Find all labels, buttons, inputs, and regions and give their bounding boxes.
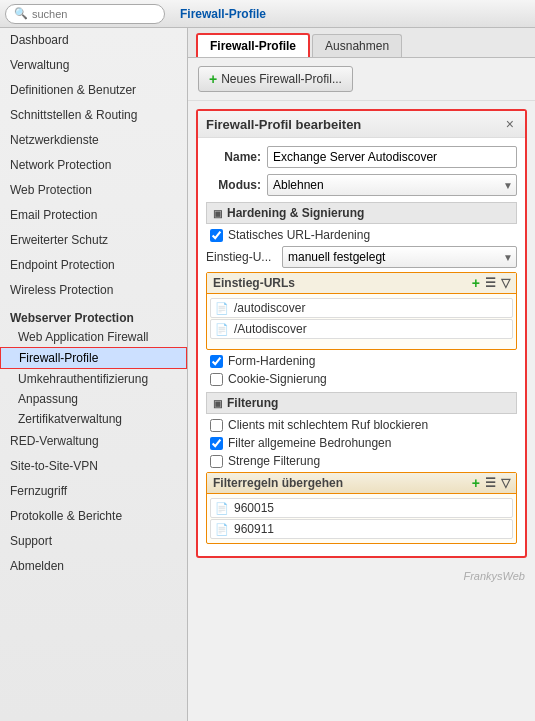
search-icon: 🔍 xyxy=(14,7,28,20)
static-url-hardening-row: Statisches URL-Hardening xyxy=(210,228,517,242)
filter-rules-add-icon[interactable]: + xyxy=(472,475,480,491)
section-filterung-toggle-icon: ▣ xyxy=(213,398,222,409)
filter-item-1-value: 960015 xyxy=(234,501,274,515)
cookie-signing-checkbox[interactable] xyxy=(210,373,223,386)
static-url-hardening-checkbox[interactable] xyxy=(210,229,223,242)
sidebar-item-web-application-firewall[interactable]: Web Application Firewall xyxy=(0,327,187,347)
section-hardening-toggle-icon: ▣ xyxy=(213,208,222,219)
filter-threats-checkbox[interactable] xyxy=(210,437,223,450)
sidebar-item-network-protection[interactable]: Network Protection xyxy=(0,153,187,178)
sidebar-item-zertifikatverwaltung[interactable]: Zertifikatverwaltung xyxy=(0,409,187,429)
sidebar-item-red-verwaltung[interactable]: RED-Verwaltung xyxy=(0,429,187,454)
sidebar-item-protokolle[interactable]: Protokolle & Berichte xyxy=(0,504,187,529)
sidebar-item-schnittstellen[interactable]: Schnittstellen & Routing xyxy=(0,103,187,128)
tab-ausnahmen[interactable]: Ausnahmen xyxy=(312,34,402,57)
einstieg-urls-expand-icon[interactable]: ▽ xyxy=(501,276,510,290)
top-bar: 🔍 Firewall-Profile xyxy=(0,0,535,28)
dialog-title: Firewall-Profil bearbeiten xyxy=(206,117,361,132)
sidebar-item-support[interactable]: Support xyxy=(0,529,187,554)
filter-rules-listbox: Filterregeln übergehen + ☰ ▽ 📄 960015 xyxy=(206,472,517,544)
modus-select-wrap: Ablehnen Zulassen Blockieren xyxy=(267,174,517,196)
new-profile-button[interactable]: + Neues Firewall-Profil... xyxy=(198,66,353,92)
cookie-signing-row: Cookie-Signierung xyxy=(210,372,517,386)
filter-rules-actions: + ☰ ▽ xyxy=(472,475,510,491)
einstieg-row: Einstieg-U... manuell festgelegt automat… xyxy=(206,246,517,268)
strict-filtering-checkbox[interactable] xyxy=(210,455,223,468)
filter-rules-expand-icon[interactable]: ▽ xyxy=(501,476,510,490)
url-item-2-doc-icon: 📄 xyxy=(215,323,229,336)
new-profile-label: Neues Firewall-Profil... xyxy=(221,72,342,86)
clients-block-row: Clients mit schlechtem Ruf blockieren xyxy=(210,418,517,432)
filter-item-2: 📄 960911 xyxy=(210,519,513,539)
plus-icon: + xyxy=(209,71,217,87)
form-hardening-checkbox[interactable] xyxy=(210,355,223,368)
einstieg-urls-title: Einstieg-URLs xyxy=(213,276,295,290)
filter-threats-row: Filter allgemeine Bedrohungen xyxy=(210,436,517,450)
name-input[interactable] xyxy=(267,146,517,168)
sidebar-item-endpoint-protection[interactable]: Endpoint Protection xyxy=(0,253,187,278)
filter-item-1: 📄 960015 xyxy=(210,498,513,518)
sidebar-item-site-to-site-vpn[interactable]: Site-to-Site-VPN xyxy=(0,454,187,479)
einstieg-select[interactable]: manuell festgelegt automatisch xyxy=(282,246,517,268)
sidebar-item-abmelden[interactable]: Abmelden xyxy=(0,554,187,579)
sidebar-item-email-protection[interactable]: Email Protection xyxy=(0,203,187,228)
url-item-1: 📄 /autodiscover xyxy=(210,298,513,318)
sidebar-item-erweiterter-schutz[interactable]: Erweiterter Schutz xyxy=(0,228,187,253)
einstieg-select-wrap: manuell festgelegt automatisch xyxy=(282,246,517,268)
section-filterung[interactable]: ▣ Filterung xyxy=(206,392,517,414)
sidebar-item-firewall-profile[interactable]: Firewall-Profile xyxy=(0,347,187,369)
filter-rules-list-icon[interactable]: ☰ xyxy=(485,476,496,490)
einstieg-urls-add-icon[interactable]: + xyxy=(472,275,480,291)
dialog-titlebar: Firewall-Profil bearbeiten × xyxy=(198,111,525,138)
strict-filtering-row: Strenge Filterung xyxy=(210,454,517,468)
static-url-hardening-label: Statisches URL-Hardening xyxy=(228,228,370,242)
tab-firewall-profile[interactable]: Firewall-Profile xyxy=(196,33,310,57)
einstieg-label: Einstieg-U... xyxy=(206,250,276,264)
cookie-signing-label: Cookie-Signierung xyxy=(228,372,327,386)
filter-threats-label: Filter allgemeine Bedrohungen xyxy=(228,436,391,450)
name-row: Name: xyxy=(206,146,517,168)
einstieg-urls-listbox: Einstieg-URLs + ☰ ▽ 📄 /autodiscover xyxy=(206,272,517,350)
sidebar-item-netzwerkdienste[interactable]: Netzwerkdienste xyxy=(0,128,187,153)
filter-rules-header: Filterregeln übergehen + ☰ ▽ xyxy=(207,473,516,494)
filter-rules-body: 📄 960015 📄 960911 xyxy=(207,494,516,543)
section-filterung-label: Filterung xyxy=(227,396,278,410)
sidebar-item-umkehrauthentifizierung[interactable]: Umkehrauthentifizierung xyxy=(0,369,187,389)
url-item-2-value: /Autodiscover xyxy=(234,322,307,336)
url-item-1-value: /autodiscover xyxy=(234,301,305,315)
sidebar-item-wireless-protection[interactable]: Wireless Protection xyxy=(0,278,187,303)
filter-rules-title: Filterregeln übergehen xyxy=(213,476,343,490)
clients-block-label: Clients mit schlechtem Ruf blockieren xyxy=(228,418,428,432)
watermark: FrankysWeb xyxy=(188,566,535,586)
search-input[interactable] xyxy=(32,8,162,20)
sidebar-item-definitionen[interactable]: Definitionen & Benutzer xyxy=(0,78,187,103)
filter-item-2-doc-icon: 📄 xyxy=(215,523,229,536)
sidebar-item-fernzugriff[interactable]: Fernzugriff xyxy=(0,479,187,504)
content-header: + Neues Firewall-Profil... xyxy=(188,58,535,101)
sidebar-item-web-protection[interactable]: Web Protection xyxy=(0,178,187,203)
einstieg-urls-header: Einstieg-URLs + ☰ ▽ xyxy=(207,273,516,294)
strict-filtering-label: Strenge Filterung xyxy=(228,454,320,468)
dialog-close-button[interactable]: × xyxy=(503,116,517,132)
main-layout: Dashboard Verwaltung Definitionen & Benu… xyxy=(0,28,535,721)
einstieg-urls-list-icon[interactable]: ☰ xyxy=(485,276,496,290)
url-item-1-doc-icon: 📄 xyxy=(215,302,229,315)
section-hardening-label: Hardening & Signierung xyxy=(227,206,364,220)
form-hardening-row: Form-Hardening xyxy=(210,354,517,368)
url-item-2: 📄 /Autodiscover xyxy=(210,319,513,339)
filter-item-2-value: 960911 xyxy=(234,522,274,536)
modus-row: Modus: Ablehnen Zulassen Blockieren xyxy=(206,174,517,196)
section-hardening[interactable]: ▣ Hardening & Signierung xyxy=(206,202,517,224)
top-bar-title: Firewall-Profile xyxy=(180,7,266,21)
sidebar-item-dashboard[interactable]: Dashboard xyxy=(0,28,187,53)
einstieg-urls-body: 📄 /autodiscover 📄 /Autodiscover xyxy=(207,294,516,349)
modus-select[interactable]: Ablehnen Zulassen Blockieren xyxy=(267,174,517,196)
sidebar-item-anpassung[interactable]: Anpassung xyxy=(0,389,187,409)
clients-block-checkbox[interactable] xyxy=(210,419,223,432)
search-box[interactable]: 🔍 xyxy=(5,4,165,24)
content-area: Firewall-Profile Ausnahmen + Neues Firew… xyxy=(188,28,535,721)
tab-bar: Firewall-Profile Ausnahmen xyxy=(188,28,535,58)
sidebar-item-verwaltung[interactable]: Verwaltung xyxy=(0,53,187,78)
sidebar-section-webserver-protection: Webserver Protection xyxy=(0,306,187,327)
modus-label: Modus: xyxy=(206,178,261,192)
